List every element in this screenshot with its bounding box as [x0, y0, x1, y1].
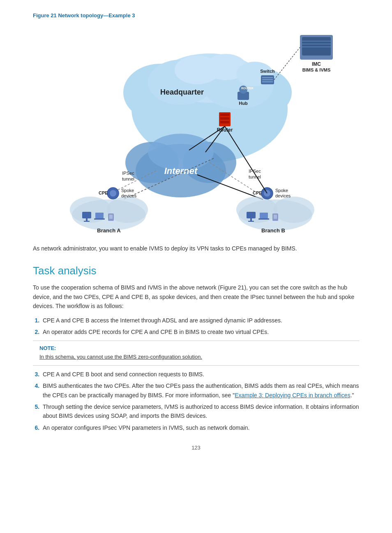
svg-point-54	[110, 190, 116, 197]
example-link[interactable]: Example 3: Deploying CPEs in branch offi…	[235, 392, 350, 399]
svg-text:CPE: CPE	[99, 190, 108, 195]
main-list-continued: CPE A and CPE B boot and send connection…	[41, 370, 359, 432]
figure-caption: Figure 21 Network topology—Example 3	[33, 12, 359, 19]
svg-text:Switch: Switch	[260, 69, 275, 74]
intro-text: As network administrator, you want to en…	[33, 244, 359, 253]
svg-point-35	[148, 134, 214, 171]
diagram-container: IMC BIMS & IVMS Headquarter Switch ROU	[33, 23, 359, 236]
svg-text:Branch A: Branch A	[97, 227, 121, 234]
svg-text:devices: devices	[121, 193, 137, 198]
svg-text:Hub: Hub	[239, 101, 248, 106]
note-content: In this schema, you cannot use the BIMS …	[39, 353, 353, 361]
svg-rect-29	[220, 121, 229, 123]
svg-text:IMC: IMC	[312, 61, 321, 67]
svg-text:BIMS & IVMS: BIMS & IVMS	[302, 67, 330, 72]
svg-point-51	[236, 197, 277, 223]
svg-rect-74	[258, 218, 269, 220]
section-title: Task analysis	[33, 264, 359, 277]
svg-text:Spoke: Spoke	[275, 188, 288, 193]
svg-text:Branch B: Branch B	[261, 227, 285, 234]
svg-text:CPE: CPE	[253, 190, 262, 195]
list-item-1: CPE A and CPE B access the Internet thro…	[41, 316, 359, 325]
svg-text:IPSec: IPSec	[249, 169, 261, 174]
svg-rect-67	[94, 218, 105, 220]
svg-rect-69	[109, 215, 113, 219]
list-item-5: Through setting the device service param…	[41, 402, 359, 421]
svg-text:Internet: Internet	[164, 166, 198, 176]
svg-rect-70	[247, 212, 256, 218]
svg-rect-1	[302, 37, 331, 56]
page-number: 123	[33, 445, 359, 451]
list-item-4: BIMS authenticates the two CPEs. After t…	[41, 381, 359, 400]
svg-text:IPSec: IPSec	[122, 171, 134, 176]
list-item-6: An operator configures IPsec VPN paramet…	[41, 423, 359, 432]
svg-rect-72	[248, 221, 254, 222]
svg-text:Spoke: Spoke	[121, 188, 134, 193]
svg-rect-64	[86, 218, 88, 221]
main-list: CPE A and CPE B access the Internet thro…	[41, 316, 359, 337]
svg-rect-63	[82, 212, 91, 218]
svg-line-31	[274, 47, 300, 80]
list-item-2: An operator adds CPE records for CPE A a…	[41, 327, 359, 336]
svg-rect-66	[95, 213, 104, 218]
svg-point-52	[273, 197, 314, 223]
body-paragraph: To use the cooperation schema of BIMS an…	[33, 283, 359, 311]
svg-text:Headquarter: Headquarter	[160, 88, 204, 96]
note-label: NOTE:	[39, 345, 353, 351]
svg-text:devices: devices	[275, 193, 291, 198]
svg-rect-27	[220, 114, 229, 116]
svg-rect-65	[84, 221, 90, 222]
svg-rect-73	[260, 213, 268, 218]
svg-text:tunnel: tunnel	[249, 174, 261, 179]
svg-text:tunnel: tunnel	[122, 176, 134, 181]
list-item-3: CPE A and CPE B boot and send connection…	[41, 370, 359, 379]
svg-text:ROUTER: ROUTER	[241, 87, 254, 90]
svg-rect-71	[250, 218, 252, 221]
note-box: NOTE: In this schema, you cannot use the…	[33, 341, 359, 366]
svg-rect-28	[220, 117, 229, 120]
svg-rect-76	[274, 215, 277, 219]
